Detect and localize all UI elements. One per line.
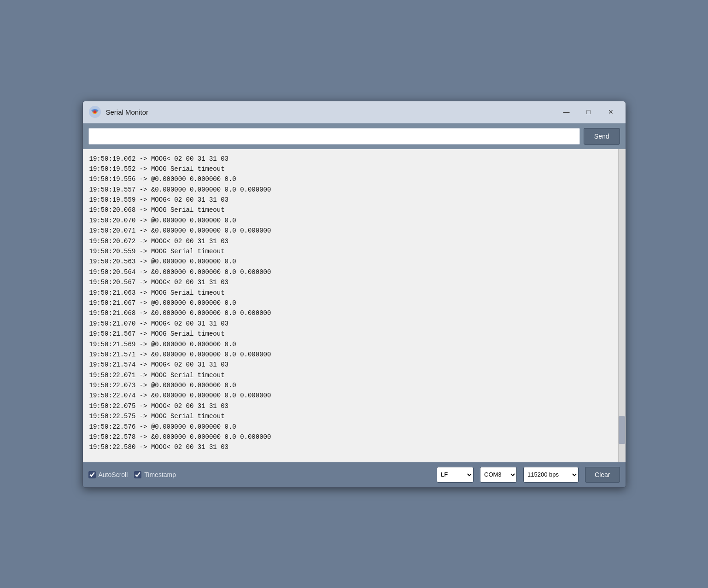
log-line: 19:50:22.575 -> MOOG Serial timeout xyxy=(89,411,612,421)
log-line: 19:50:21.567 -> MOOG Serial timeout xyxy=(89,329,612,339)
log-line: 19:50:20.559 -> MOOG Serial timeout xyxy=(89,246,612,256)
log-line: 19:50:22.073 -> @0.000000 0.000000 0.0 xyxy=(89,380,612,390)
lf-select[interactable]: LFNLCRNL & CR xyxy=(437,467,474,483)
log-line: 19:50:22.576 -> @0.000000 0.000000 0.0 xyxy=(89,422,612,432)
log-line: 19:50:21.070 -> MOOG< 02 00 31 31 03 xyxy=(89,319,612,329)
lf-dropdown-group: LFNLCRNL & CR xyxy=(437,467,474,483)
timestamp-group: Timestamp xyxy=(134,471,176,478)
send-button[interactable]: Send xyxy=(584,128,620,145)
log-line: 19:50:19.062 -> MOOG< 02 00 31 31 03 xyxy=(89,154,612,164)
log-line: 19:50:20.072 -> MOOG< 02 00 31 31 03 xyxy=(89,236,612,246)
log-line: 19:50:20.563 -> @0.000000 0.000000 0.0 xyxy=(89,256,612,267)
autoscroll-checkbox[interactable] xyxy=(88,471,96,478)
send-input[interactable] xyxy=(88,128,580,145)
clear-button[interactable]: Clear xyxy=(585,467,620,483)
log-line: 19:50:20.567 -> MOOG< 02 00 31 31 03 xyxy=(89,277,612,287)
log-line: 19:50:20.070 -> @0.000000 0.000000 0.0 xyxy=(89,215,612,226)
scrollbar[interactable] xyxy=(618,149,626,462)
log-line: 19:50:21.063 -> MOOG Serial timeout xyxy=(89,288,612,298)
status-bar: AutoScroll Timestamp LFNLCRNL & CR COM3C… xyxy=(83,462,626,487)
autoscroll-label: AutoScroll xyxy=(99,471,128,478)
title-bar: Serial Monitor — □ ✕ xyxy=(83,101,626,123)
app-logo xyxy=(88,105,101,118)
close-button[interactable]: ✕ xyxy=(602,105,620,119)
log-line: 19:50:22.075 -> MOOG< 02 00 31 31 03 xyxy=(89,401,612,411)
log-line: 19:50:21.068 -> &0.000000 0.000000 0.0 0… xyxy=(89,308,612,318)
log-line: 19:50:19.557 -> &0.000000 0.000000 0.0 0… xyxy=(89,185,612,195)
serial-monitor-window: Serial Monitor — □ ✕ Send 19:50:19.062 -… xyxy=(82,101,626,488)
minimize-button[interactable]: — xyxy=(557,105,576,119)
log-output: 19:50:19.062 -> MOOG< 02 00 31 31 0319:5… xyxy=(83,149,618,462)
window-title: Serial Monitor xyxy=(106,108,557,116)
com-dropdown-group: COM3COM1COM2COM4 xyxy=(480,467,517,483)
log-line: 19:50:22.074 -> &0.000000 0.000000 0.0 0… xyxy=(89,390,612,401)
window-controls: — □ ✕ xyxy=(557,105,620,119)
log-line: 19:50:20.068 -> MOOG Serial timeout xyxy=(89,205,612,215)
autoscroll-group: AutoScroll xyxy=(88,471,128,478)
log-line: 19:50:19.556 -> @0.000000 0.000000 0.0 xyxy=(89,174,612,184)
log-line: 19:50:19.552 -> MOOG Serial timeout xyxy=(89,164,612,174)
baud-dropdown-group: 300 bps1200 bps2400 bps4800 bps9600 bps1… xyxy=(523,467,579,483)
log-line: 19:50:19.559 -> MOOG< 02 00 31 31 03 xyxy=(89,195,612,205)
timestamp-label: Timestamp xyxy=(144,471,176,478)
log-line: 19:50:21.571 -> &0.000000 0.000000 0.0 0… xyxy=(89,349,612,360)
com-select[interactable]: COM3COM1COM2COM4 xyxy=(480,467,517,483)
svg-point-1 xyxy=(94,111,96,113)
log-line: 19:50:22.578 -> &0.000000 0.000000 0.0 0… xyxy=(89,432,612,442)
maximize-button[interactable]: □ xyxy=(579,105,598,119)
monitor-area: 19:50:19.062 -> MOOG< 02 00 31 31 0319:5… xyxy=(83,149,626,462)
baud-select[interactable]: 300 bps1200 bps2400 bps4800 bps9600 bps1… xyxy=(523,467,579,483)
scrollbar-thumb[interactable] xyxy=(619,416,625,444)
log-line: 19:50:21.569 -> @0.000000 0.000000 0.0 xyxy=(89,339,612,349)
toolbar: Send xyxy=(83,123,626,149)
log-line: 19:50:22.071 -> MOOG Serial timeout xyxy=(89,370,612,380)
log-line: 19:50:20.071 -> &0.000000 0.000000 0.0 0… xyxy=(89,226,612,236)
log-line: 19:50:22.580 -> MOOG< 02 00 31 31 03 xyxy=(89,442,612,452)
log-line: 19:50:20.564 -> &0.000000 0.000000 0.0 0… xyxy=(89,267,612,277)
timestamp-checkbox[interactable] xyxy=(134,471,141,478)
log-line: 19:50:21.574 -> MOOG< 02 00 31 31 03 xyxy=(89,360,612,370)
log-line: 19:50:21.067 -> @0.000000 0.000000 0.0 xyxy=(89,298,612,308)
